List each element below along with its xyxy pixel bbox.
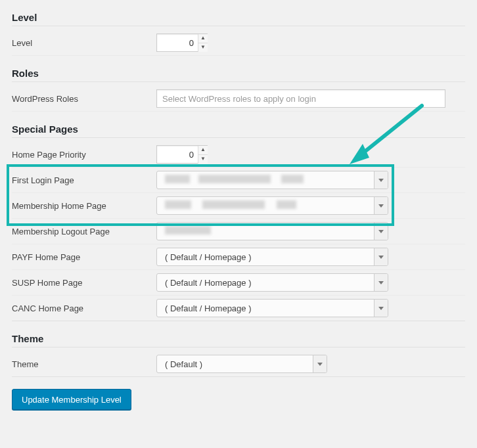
row-payf-home-page: PAYF Home Page ( Default / Homepage )	[12, 244, 465, 270]
chevron-down-icon	[313, 355, 327, 372]
membership-logout-page-value	[165, 226, 374, 236]
first-login-page-label: First Login Page	[12, 170, 156, 190]
row-susp-home-page: SUSP Home Page ( Default / Homepage )	[12, 270, 465, 296]
chevron-down-icon	[374, 223, 388, 240]
susp-home-page-value: ( Default / Homepage )	[165, 278, 374, 288]
payf-home-page-value: ( Default / Homepage )	[165, 252, 374, 262]
section-heading-special-pages: Special Pages	[12, 123, 465, 138]
roles-select[interactable]: Select WordPress roles to apply on login	[156, 89, 445, 108]
chevron-down-icon	[374, 171, 388, 189]
row-canc-home-page: CANC Home Page ( Default / Homepage )	[12, 296, 465, 321]
membership-logout-page-select[interactable]	[156, 222, 388, 240]
membership-home-page-select[interactable]	[156, 196, 388, 215]
level-label: Level	[12, 33, 156, 53]
level-input-wrap: ▲ ▼	[156, 34, 208, 52]
chevron-down-icon	[374, 197, 388, 214]
payf-home-page-label: PAYF Home Page	[12, 247, 156, 267]
home-page-priority-label: Home Page Priority	[12, 145, 156, 165]
susp-home-page-label: SUSP Home Page	[12, 273, 156, 293]
level-spin-down[interactable]: ▼	[198, 43, 208, 52]
canc-home-page-value: ( Default / Homepage )	[165, 303, 374, 313]
update-membership-level-button[interactable]: Update Membership Level	[12, 389, 131, 410]
row-roles: WordPress Roles Select WordPress roles t…	[12, 86, 465, 112]
level-input[interactable]	[161, 37, 195, 49]
row-membership-logout-page: Membership Logout Page	[12, 219, 465, 244]
membership-home-page-label: Membership Home Page	[12, 196, 156, 216]
chevron-down-icon	[374, 274, 388, 291]
home-page-priority-spin-down[interactable]: ▼	[198, 155, 208, 164]
canc-home-page-select[interactable]: ( Default / Homepage )	[156, 299, 388, 317]
theme-select[interactable]: ( Default )	[156, 355, 327, 373]
susp-home-page-select[interactable]: ( Default / Homepage )	[156, 273, 388, 292]
home-page-priority-spinners: ▲ ▼	[198, 146, 208, 164]
section-heading-theme: Theme	[12, 333, 465, 347]
row-home-page-priority: Home Page Priority ▲ ▼	[12, 142, 465, 168]
level-spinners: ▲ ▼	[198, 34, 208, 52]
payf-home-page-select[interactable]: ( Default / Homepage )	[156, 248, 388, 266]
theme-value: ( Default )	[165, 359, 313, 369]
theme-label: Theme	[12, 354, 156, 374]
chevron-down-icon	[374, 300, 388, 317]
section-heading-roles: Roles	[12, 68, 465, 82]
roles-placeholder: Select WordPress roles to apply on login	[162, 94, 316, 104]
home-page-priority-input[interactable]	[161, 149, 195, 160]
chevron-down-icon	[374, 248, 388, 265]
row-level: Level ▲ ▼	[12, 30, 465, 56]
home-page-priority-input-wrap: ▲ ▼	[156, 145, 208, 164]
row-first-login-page: First Login Page	[12, 168, 465, 193]
row-theme: Theme ( Default )	[12, 351, 465, 377]
row-membership-home-page: Membership Home Page	[12, 193, 465, 219]
membership-logout-page-label: Membership Logout Page	[12, 221, 156, 242]
home-page-priority-spin-up[interactable]: ▲	[198, 146, 208, 155]
first-login-page-select[interactable]	[156, 171, 388, 189]
canc-home-page-label: CANC Home Page	[12, 298, 156, 319]
section-heading-level: Level	[12, 12, 465, 26]
first-login-page-value	[165, 175, 374, 185]
membership-home-page-value	[165, 200, 374, 211]
level-spin-up[interactable]: ▲	[198, 34, 208, 43]
roles-label: WordPress Roles	[12, 89, 156, 109]
